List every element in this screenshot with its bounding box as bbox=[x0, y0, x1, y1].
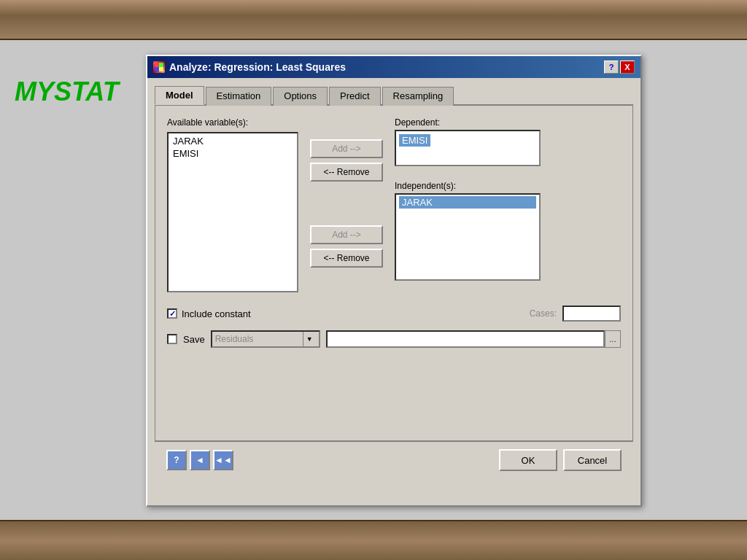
available-vars-label: Available variable(s): bbox=[167, 117, 298, 128]
footer-help-btn[interactable]: ? bbox=[166, 450, 187, 470]
residuals-text: Residuals bbox=[215, 334, 303, 344]
dialog-icon bbox=[153, 61, 165, 73]
dependent-value: EMISI bbox=[399, 134, 430, 147]
include-constant-row: Include constant bbox=[167, 308, 251, 319]
dependent-field[interactable]: EMISI bbox=[395, 130, 541, 166]
save-row: Save Residuals ▼ … bbox=[167, 330, 621, 348]
browse-btn[interactable]: … bbox=[605, 330, 621, 348]
residuals-dropdown[interactable]: Residuals ▼ bbox=[211, 330, 320, 348]
svg-rect-0 bbox=[155, 63, 159, 67]
dialog-title-left: Analyze: Regression: Least Squares bbox=[153, 61, 346, 73]
save-checkbox[interactable] bbox=[167, 334, 177, 344]
dependent-label: Dependent: bbox=[395, 117, 621, 128]
tab-estimation[interactable]: Estimation bbox=[206, 87, 272, 106]
tab-predict[interactable]: Predict bbox=[329, 87, 380, 106]
remove-dependent-btn[interactable]: <-- Remove bbox=[310, 163, 383, 182]
footer-back-btn[interactable]: ◄ bbox=[190, 450, 210, 470]
save-text-input[interactable] bbox=[326, 330, 605, 348]
cases-row: Cases: bbox=[530, 306, 621, 322]
cases-label: Cases: bbox=[530, 308, 557, 319]
independent-label: Independent(s): bbox=[395, 181, 621, 191]
add-dependent-btn[interactable]: Add --> bbox=[310, 139, 383, 158]
footer-left-buttons: ? ◄ ◄◄ bbox=[166, 450, 233, 470]
var-list-item-jarak[interactable]: JARAK bbox=[170, 135, 295, 147]
add-independent-btn[interactable]: Add --> bbox=[310, 225, 383, 244]
tab-resampling[interactable]: Resampling bbox=[382, 87, 454, 106]
dialog-titlebar: Analyze: Regression: Least Squares ? X bbox=[147, 56, 640, 78]
dialog-help-btn[interactable]: ? bbox=[604, 61, 619, 74]
include-constant-label: Include constant bbox=[182, 308, 251, 319]
svg-rect-2 bbox=[155, 67, 159, 71]
cases-input[interactable] bbox=[562, 306, 621, 322]
dialog-content: Model Estimation Options Predict Resampl… bbox=[147, 78, 640, 486]
dialog-close-btn[interactable]: X bbox=[620, 61, 635, 74]
dialog-footer: ? ◄ ◄◄ OK Cancel bbox=[155, 441, 633, 478]
mystat-logo: MYSTAT bbox=[15, 77, 131, 107]
footer-right-buttons: OK Cancel bbox=[499, 449, 622, 471]
include-constant-checkbox[interactable] bbox=[167, 308, 177, 319]
remove-independent-btn[interactable]: <-- Remove bbox=[310, 249, 383, 268]
tab-model[interactable]: Model bbox=[155, 86, 204, 105]
dialog-title: Analyze: Regression: Least Squares bbox=[169, 61, 346, 73]
available-vars-list[interactable]: JARAK EMISI bbox=[167, 132, 298, 292]
independent-field[interactable]: JARAK bbox=[395, 193, 541, 281]
independent-value: JARAK bbox=[399, 196, 536, 209]
tab-bar: Model Estimation Options Predict Resampl… bbox=[155, 85, 633, 106]
var-list-item-emisi[interactable]: EMISI bbox=[170, 147, 295, 160]
text-input-area: … bbox=[326, 330, 621, 348]
right-column: Dependent: EMISI Independent(s): JARAK bbox=[395, 117, 621, 281]
dialog-controls: ? X bbox=[604, 61, 635, 74]
dependent-section: Dependent: EMISI bbox=[395, 117, 621, 166]
ok-btn[interactable]: OK bbox=[499, 449, 557, 471]
tab-panel-model: Available variable(s): JARAK EMISI Add -… bbox=[155, 106, 633, 441]
tab-options[interactable]: Options bbox=[273, 87, 328, 106]
independent-section: Independent(s): JARAK bbox=[395, 181, 621, 281]
svg-rect-3 bbox=[159, 67, 163, 71]
save-label: Save bbox=[183, 334, 205, 345]
footer-back2-btn[interactable]: ◄◄ bbox=[213, 450, 233, 470]
dialog-window: Analyze: Regression: Least Squares ? X M… bbox=[146, 55, 642, 507]
svg-rect-1 bbox=[159, 63, 163, 67]
cancel-btn[interactable]: Cancel bbox=[563, 449, 622, 471]
dropdown-arrow-icon[interactable]: ▼ bbox=[303, 332, 316, 346]
